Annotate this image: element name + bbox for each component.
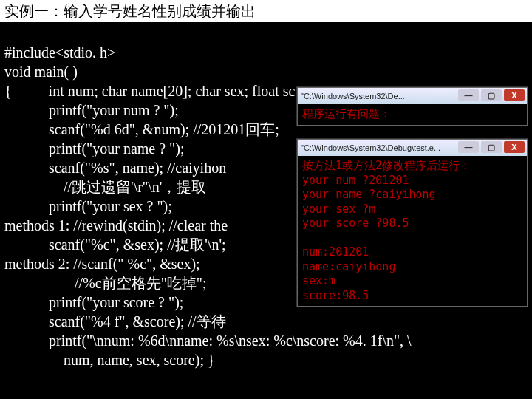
close-icon[interactable]: X	[504, 89, 525, 101]
console-body: 按方法1或方法2修改程序后运行： your num ?201201 your n…	[298, 156, 527, 306]
console-line: name:caiyihong	[302, 260, 395, 273]
console-line: sex:m	[302, 274, 335, 287]
code-line: printf("your score ? ");	[4, 294, 183, 310]
code-line: scanf("%c", &sex); //提取'\n';	[4, 236, 226, 253]
minimize-icon[interactable]: —	[458, 89, 479, 101]
console-line: your sex ?m	[302, 202, 375, 216]
console-line: your name ?caiyihong	[302, 188, 436, 201]
minimize-icon[interactable]: —	[458, 141, 479, 153]
console-body: 程序运行有问题：	[298, 104, 527, 125]
console-window-2: "C:\Windows\System32\Debug\test.e... — ▢…	[297, 139, 528, 307]
code-line: { int num; char name[20]; char sex; floa…	[4, 83, 318, 99]
code-line: scanf("%4 f", &score); //等待	[4, 313, 226, 330]
console-line: score:98.5	[302, 289, 369, 302]
code-line: //%c前空格先"吃掉";	[4, 275, 207, 291]
code-line: scanf("%s", name); //caiyihon	[4, 160, 226, 176]
console-titlebar[interactable]: "C:\Windows\System32\De... — ▢ X	[298, 88, 527, 104]
maximize-icon[interactable]: ▢	[481, 141, 502, 153]
code-line: printf("your num ? ");	[4, 102, 179, 118]
console-window-1: "C:\Windows\System32\De... — ▢ X 程序运行有问题…	[297, 87, 528, 126]
code-line: methods 1: //rewind(stdin); //clear the	[4, 217, 228, 233]
console-line: your num ?201201	[302, 174, 409, 187]
close-icon[interactable]: X	[504, 141, 525, 153]
code-line: //跳过遗留'\r''\n'，提取	[4, 179, 206, 195]
code-line: methods 2: //scanf(" %c", &sex);	[4, 256, 200, 272]
title-text: 实例一：输入学号姓名性别成绩并输出	[4, 3, 256, 19]
code-line: num, name, sex, score); }	[4, 352, 215, 368]
code-line: printf("your name ? ");	[4, 140, 185, 157]
maximize-icon[interactable]: ▢	[481, 89, 502, 101]
console-title: "C:\Windows\System32\Debug\test.e...	[301, 143, 440, 152]
slide-title: 实例一：输入学号姓名性别成绩并输出	[0, 0, 532, 22]
console-line: num:201201	[302, 245, 369, 259]
code-line: void main( )	[4, 64, 78, 80]
code-line: printf("\nnum: %6d\nname: %s\nsex: %c\ns…	[4, 332, 412, 349]
console-titlebar[interactable]: "C:\Windows\System32\Debug\test.e... — ▢…	[298, 140, 527, 156]
code-line: printf("your sex ? ");	[4, 198, 172, 214]
console-line: 程序运行有问题：	[302, 107, 391, 120]
code-line: #include<stdio. h>	[4, 44, 115, 61]
console-line: 按方法1或方法2修改程序后运行：	[302, 159, 471, 172]
code-line: scanf("%d 6d", &num); //201201回车;	[4, 121, 279, 137]
console-title: "C:\Windows\System32\De...	[301, 92, 405, 100]
console-line: your score ?98.5	[302, 216, 409, 230]
